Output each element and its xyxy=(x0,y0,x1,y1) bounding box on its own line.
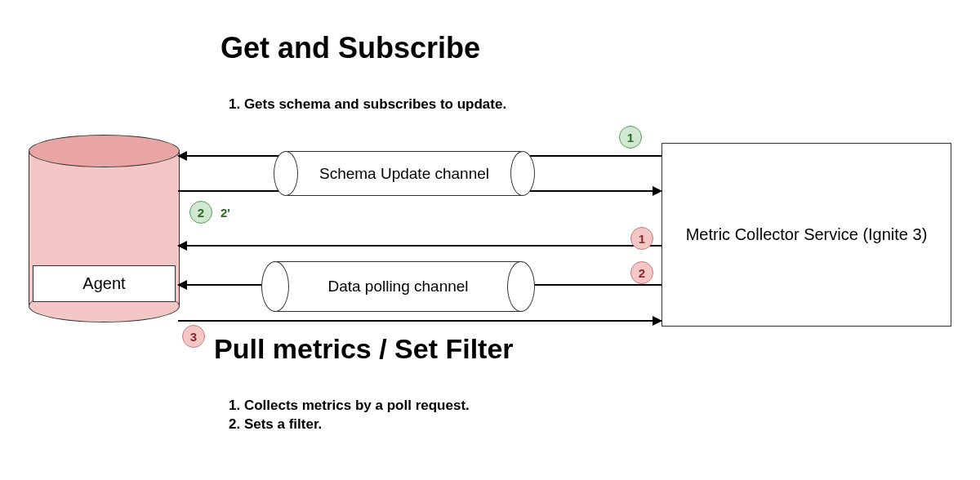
arrow-data-3 xyxy=(178,320,662,322)
step-red-1: 1 xyxy=(630,227,653,250)
step-green-2: 2 xyxy=(189,201,212,224)
service-label: Metric Collector Service (Ignite 3) xyxy=(686,225,928,244)
step-red-3: 3 xyxy=(182,325,205,348)
step-green-2p: 2' xyxy=(220,206,230,220)
bottom-item-1: 1. Collects metrics by a poll request. xyxy=(229,398,470,414)
service-box: Metric Collector Service (Ignite 3) xyxy=(662,143,951,327)
diagram-canvas: Get and Subscribe 1. Gets schema and sub… xyxy=(0,0,980,480)
agent-label: Agent xyxy=(82,274,125,293)
schema-channel-label: Schema Update channel xyxy=(274,165,535,183)
top-title: Get and Subscribe xyxy=(220,31,480,65)
data-channel-label: Data polling channel xyxy=(261,278,535,296)
top-subtitle: 1. Gets schema and subscribes to update. xyxy=(229,96,506,113)
step-red-2: 2 xyxy=(630,261,653,284)
agent-label-box: Agent xyxy=(33,265,176,302)
step-green-1: 1 xyxy=(619,126,642,149)
schema-channel: Schema Update channel xyxy=(274,151,535,196)
data-channel: Data polling channel xyxy=(261,261,535,312)
bottom-item-2: 2. Sets a filter. xyxy=(229,416,322,433)
arrow-data-1 xyxy=(178,245,662,247)
bottom-title: Pull metrics / Set Filter xyxy=(214,333,514,365)
